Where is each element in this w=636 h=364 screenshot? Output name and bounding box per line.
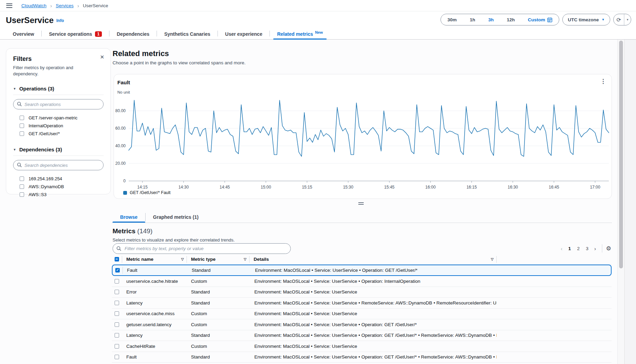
svg-text:20.00: 20.00 [115, 161, 126, 166]
new-badge: New [315, 30, 323, 34]
dependency-item[interactable]: AWS::S3 [13, 191, 104, 199]
sort-icon[interactable]: ▽ [491, 257, 494, 261]
metric-type-cell: Standard [188, 268, 250, 273]
operation-item[interactable]: InternalOperation [13, 122, 104, 130]
tab-service-operations[interactable]: Service operations1 [42, 29, 109, 39]
metrics-subtabs: BrowseGraphed metrics (1) [113, 212, 206, 223]
operations-section-toggle[interactable]: ▼ Operations (3) [13, 86, 104, 92]
page-3[interactable]: 3 [583, 245, 591, 252]
column-header-metric-name[interactable]: Metric name▽ [122, 256, 187, 263]
checkbox[interactable] [20, 192, 24, 197]
subtab-graphed[interactable]: Graphed metrics (1) [146, 212, 206, 223]
time-range-30m[interactable]: 30m [441, 14, 463, 25]
page-2[interactable]: 2 [575, 245, 582, 252]
time-range-custom[interactable]: Custom [521, 14, 559, 25]
tab-synthetics-canaries[interactable]: Synthetics Canaries [157, 29, 218, 39]
table-row[interactable]: FaultStandardEnvironment: MacOSLocal • S… [112, 352, 612, 363]
fault-chart-svg[interactable]: 80.0060.0040.0020.00014:1514:3014:4515:0… [114, 92, 612, 192]
details-link[interactable]: Environment: MacOSLocal • Service: UserS… [254, 311, 357, 316]
legend-color-swatch [123, 191, 127, 195]
operations-search-input[interactable] [13, 99, 104, 109]
table-row[interactable]: getuser.userid.latencyCustomEnvironment:… [112, 319, 612, 330]
column-header-details[interactable]: Details▽ [250, 256, 497, 263]
page-title: UserServiceInfo [6, 15, 64, 25]
details-link[interactable]: Environment: MacOSLocal • Service: UserS… [254, 333, 497, 338]
details-link[interactable]: Environment: MacOSLocal • Service: UserS… [255, 268, 417, 273]
tab-dependencies[interactable]: Dependencies [109, 29, 157, 39]
tab-overview[interactable]: Overview [6, 29, 41, 39]
refresh-options-chevron-icon[interactable]: ▼ [624, 14, 631, 25]
chart-legend: GET /GetUser/* Fault [123, 190, 171, 195]
search-icon [116, 246, 121, 253]
tab-related-metrics[interactable]: Related metricsNew [270, 29, 330, 39]
time-range-3h[interactable]: 3h [482, 14, 500, 25]
previous-page-icon[interactable]: ‹ [559, 246, 564, 251]
metrics-filter-input[interactable] [113, 243, 291, 254]
kebab-menu-icon[interactable]: ⋮ [600, 78, 606, 85]
table-row[interactable]: ErrorStandardEnvironment: MacOSLocal • S… [112, 287, 612, 298]
metrics-toolbar: ‹123›⚙ [112, 243, 612, 255]
filters-description: Filter metrics by operation and dependen… [13, 65, 85, 77]
breadcrumb-item-services[interactable]: Services [56, 3, 74, 8]
select-all-checkbox[interactable] [115, 257, 119, 261]
info-link[interactable]: Info [56, 18, 64, 23]
chart-title: Fault [117, 79, 130, 86]
operation-item[interactable]: GET /GetUser/* [13, 130, 104, 138]
table-row[interactable]: FaultStandardEnvironment: MacOSLocal • S… [112, 265, 612, 276]
dependency-item[interactable]: AWS::DynamoDB [13, 183, 104, 191]
row-checkbox[interactable] [115, 279, 119, 283]
hamburger-menu-icon[interactable] [6, 3, 12, 8]
details-link[interactable]: Environment: MacOSLocal • Service: UserS… [254, 279, 420, 284]
vertical-scrollbar-thumb[interactable] [619, 41, 623, 268]
table-row[interactable]: userservice.cache.hitrateCustomEnvironme… [112, 276, 612, 287]
dependency-item[interactable]: 169.254.169.254 [13, 175, 104, 183]
sort-icon[interactable]: ▽ [244, 257, 246, 261]
resize-drag-handle[interactable] [358, 202, 364, 206]
row-checkbox[interactable] [115, 322, 119, 327]
operation-item[interactable]: GET /server-span-metric [13, 114, 104, 122]
vertical-scrollbar-track[interactable] [617, 40, 624, 364]
details-link[interactable]: Environment: MacOSLocal • Service: UserS… [254, 289, 357, 295]
tab-user-experience[interactable]: User experience [218, 29, 269, 39]
table-row[interactable]: LatencyStandardEnvironment: MacOSLocal •… [112, 330, 612, 341]
column-header-metric-type[interactable]: Metric type▽ [187, 256, 250, 263]
breadcrumb-item-cloudwatch[interactable]: CloudWatch [21, 3, 46, 8]
row-checkbox[interactable] [115, 333, 119, 338]
calendar-icon [547, 17, 552, 22]
details-link[interactable]: Environment: MacOSLocal • Service: UserS… [254, 344, 357, 349]
page-1[interactable]: 1 [566, 245, 573, 252]
table-header-row: Metric name▽ Metric type▽ Details▽ [112, 254, 612, 265]
row-checkbox[interactable] [115, 301, 119, 305]
details-link[interactable]: Environment: MacOSLocal • Service: UserS… [254, 354, 497, 360]
dependencies-search-input[interactable] [13, 160, 104, 170]
checkbox[interactable] [20, 116, 24, 120]
gear-icon[interactable]: ⚙ [606, 245, 611, 252]
checkbox[interactable] [20, 184, 24, 189]
table-row[interactable]: LatencyStandardEnvironment: MacOSLocal •… [112, 298, 612, 309]
table-row[interactable]: CacheHitRateCustomEnvironment: MacOSLoca… [112, 341, 612, 352]
row-checkbox[interactable] [115, 311, 119, 316]
timezone-dropdown[interactable]: UTC timezone ▼ [562, 14, 610, 25]
row-checkbox[interactable] [115, 290, 119, 294]
checkbox[interactable] [20, 176, 24, 181]
row-checkbox[interactable] [115, 355, 119, 359]
subtab-browse[interactable]: Browse [113, 212, 145, 223]
table-row[interactable]: userservice.cache.missCustomEnvironment:… [112, 309, 612, 320]
checkbox[interactable] [20, 124, 24, 128]
column-label: Details [254, 257, 269, 262]
refresh-icon[interactable]: ⟳ [614, 14, 624, 25]
details-link[interactable]: Environment: MacOSLocal • Service: UserS… [254, 322, 417, 327]
close-icon[interactable]: ✕ [100, 54, 104, 60]
sort-icon[interactable]: ▽ [181, 257, 184, 261]
checkbox[interactable] [20, 131, 24, 136]
operation-label: InternalOperation [29, 123, 63, 128]
time-range-1h[interactable]: 1h [463, 14, 482, 25]
metrics-heading: Metrics (149) [113, 227, 152, 235]
details-link[interactable]: Environment: MacOSLocal • Service: UserS… [254, 300, 497, 306]
dependencies-section-toggle[interactable]: ▼ Dependencies (3) [13, 147, 104, 152]
next-page-icon[interactable]: › [592, 246, 598, 251]
row-checkbox[interactable] [115, 344, 119, 349]
row-checkbox[interactable] [115, 268, 120, 272]
svg-text:14:30: 14:30 [178, 185, 189, 190]
time-range-12h[interactable]: 12h [500, 14, 521, 25]
